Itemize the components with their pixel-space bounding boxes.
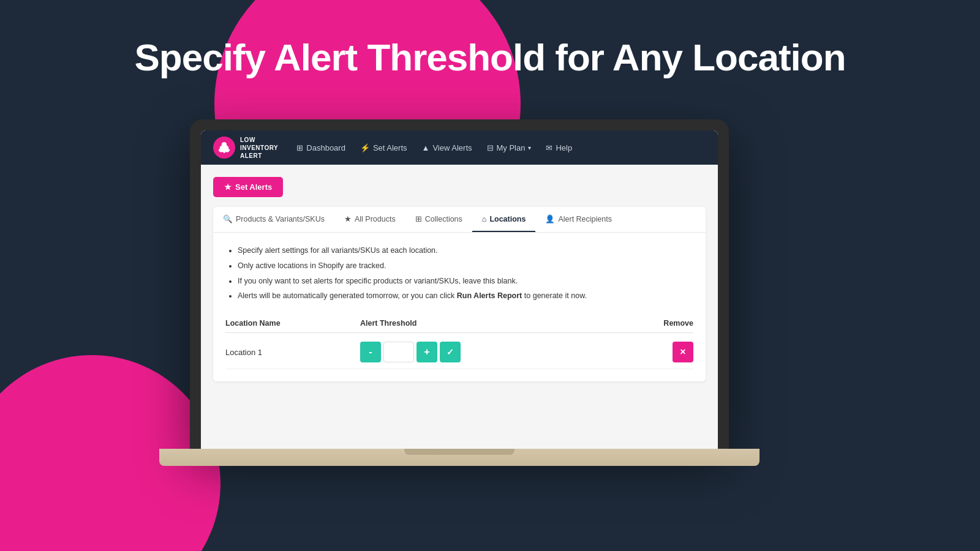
tab-locations-label: Locations [489,215,526,223]
locations-tab-content: Specify alert settings for all variants/… [213,233,706,381]
grid-icon: ⊞ [415,214,422,223]
logo-text: LOWINVENTORYALERT [240,136,278,160]
tabs-container: 🔍 Products & Variants/SKUs ★ All Product… [213,207,706,381]
laptop-body: LOWINVENTORYALERT ⊞ Dashboard ⚡ Set Aler… [190,119,729,449]
set-alerts-icon: ⚡ [360,143,370,152]
laptop-mockup: LOWINVENTORYALERT ⊞ Dashboard ⚡ Set Aler… [190,119,790,466]
my-plan-icon: ⊟ [487,143,494,152]
help-icon: ✉ [546,143,552,152]
logo-area: LOWINVENTORYALERT [213,136,278,160]
person-icon: 👤 [545,214,555,223]
remove-cell: × [644,342,693,362]
confirm-button[interactable]: ✓ [440,342,461,362]
table-header-row: Location Name Alert Threshold Remove [225,314,693,333]
locations-table: Location Name Alert Threshold Remove Loc… [225,314,693,369]
tab-locations[interactable]: ⌂ Locations [472,207,536,232]
search-icon: 🔍 [223,214,233,223]
app-navbar: LOWINVENTORYALERT ⊞ Dashboard ⚡ Set Aler… [201,130,718,165]
col-header-alert-threshold: Alert Threshold [360,319,644,328]
app-content: ★ Set Alerts 🔍 Products & Variants/SKUs … [201,165,718,449]
set-alerts-star-icon: ★ [224,182,232,192]
info-bullets-list: Specify alert settings for all variants/… [225,245,693,302]
tab-collections-label: Collections [425,215,462,223]
bullet-2: Only active locations in Shopify are tra… [238,260,693,272]
threshold-input[interactable] [383,342,414,362]
tab-alert-recipients[interactable]: 👤 Alert Recipients [535,207,622,232]
nav-dashboard-label: Dashboard [306,143,345,152]
col-header-remove: Remove [644,319,693,328]
chevron-down-icon: ▾ [528,144,531,151]
view-alerts-icon: ▲ [422,143,430,152]
dashboard-icon: ⊞ [296,143,303,152]
nav-my-plan-label: My Plan [497,143,526,152]
tab-products-variants-label: Products & Variants/SKUs [236,215,325,223]
threshold-controls: - + ✓ [360,342,644,362]
tab-collections[interactable]: ⊞ Collections [405,207,472,232]
nav-set-alerts-label: Set Alerts [373,143,407,152]
laptop-notch [404,449,514,455]
table-row: Location 1 - + ✓ × [225,335,693,369]
run-alerts-link[interactable]: Run Alerts Report [457,291,522,300]
nav-my-plan[interactable]: ⊟ My Plan ▾ [481,140,538,156]
logo-icon [213,137,235,159]
laptop-base [159,449,760,466]
star-icon: ★ [344,214,352,223]
tabs-row: 🔍 Products & Variants/SKUs ★ All Product… [213,207,706,233]
bullet-4: Alerts will be automatically generated t… [238,290,693,302]
nav-dashboard[interactable]: ⊞ Dashboard [290,140,352,156]
tab-all-products-label: All Products [355,215,396,223]
page-hero-heading: Specify Alert Threshold for Any Location [0,37,980,78]
home-icon: ⌂ [482,215,487,223]
nav-view-alerts[interactable]: ▲ View Alerts [416,140,478,156]
nav-view-alerts-label: View Alerts [432,143,472,152]
location-name-cell: Location 1 [225,348,360,357]
nav-help[interactable]: ✉ Help [540,140,578,156]
tab-all-products[interactable]: ★ All Products [334,207,405,232]
increment-button[interactable]: + [417,342,437,362]
nav-help-label: Help [556,143,572,152]
remove-button[interactable]: × [673,342,693,362]
bullet-3: If you only want to set alerts for speci… [238,276,693,287]
nav-set-alerts[interactable]: ⚡ Set Alerts [354,140,413,156]
decrement-button[interactable]: - [360,342,381,362]
tab-alert-recipients-label: Alert Recipients [558,215,612,223]
col-header-location-name: Location Name [225,319,360,328]
tab-products-variants[interactable]: 🔍 Products & Variants/SKUs [213,207,334,232]
set-alerts-btn-label: Set Alerts [235,182,272,192]
set-alerts-button[interactable]: ★ Set Alerts [213,177,283,197]
laptop-screen: LOWINVENTORYALERT ⊞ Dashboard ⚡ Set Aler… [201,130,718,449]
hero-title: Specify Alert Threshold for Any Location [0,37,980,78]
bullet-1: Specify alert settings for all variants/… [238,245,693,257]
